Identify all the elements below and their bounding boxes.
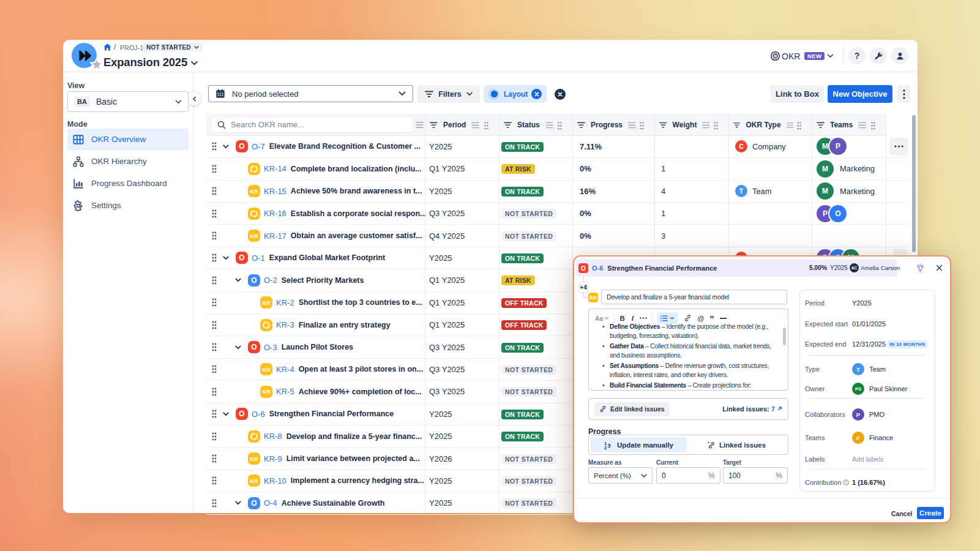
svg-text:3: 3	[607, 443, 610, 449]
svg-text:2: 2	[604, 445, 607, 449]
